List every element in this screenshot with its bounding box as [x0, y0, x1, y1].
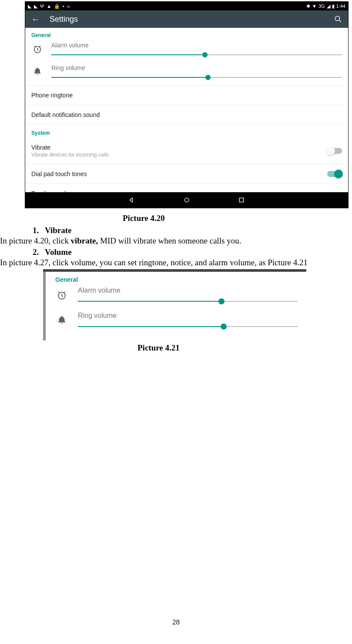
bell-icon	[55, 312, 68, 325]
back-icon[interactable]: ←	[31, 14, 40, 24]
bluetooth-icon: ✱	[306, 3, 310, 9]
alarm-icon	[31, 42, 44, 54]
screenshot-4-20: ◣ ◣ Ψ ▲ 🔒 ▪ ⍝ ✱ ▼ 3G ◢ ▮ 1:44 ← Settings	[25, 1, 349, 208]
status-bar: ◣ ◣ Ψ ▲ 🔒 ▪ ⍝ ✱ ▼ 3G ◢ ▮ 1:44	[25, 2, 348, 10]
alarm-volume-row: Alarm volume	[46, 285, 306, 310]
dialpad-label: Dial pad touch tones	[31, 170, 87, 177]
wifi-icon: ▼	[312, 3, 317, 9]
ring-volume-label: Ring volume	[78, 312, 298, 320]
ring-volume-row: Ring volume	[46, 310, 306, 335]
signal-icon: ◢	[327, 3, 330, 9]
ring-volume-label: Ring volume	[51, 64, 342, 71]
default-notification-item[interactable]: Default notification sound	[25, 105, 348, 124]
alarm-volume-slider[interactable]	[51, 51, 342, 58]
list-label: Vibrate	[45, 226, 72, 235]
vibrate-switch[interactable]	[327, 148, 342, 154]
vibrate-item[interactable]: Vibrate Vibrate devices for incoming cal…	[25, 138, 348, 164]
nav-home-icon[interactable]	[183, 197, 190, 204]
section-header-general: General	[46, 272, 306, 285]
figure-caption: Picture 4.20	[123, 214, 352, 223]
usb-icon: Ψ	[40, 3, 44, 9]
app-bar: ← Settings	[25, 10, 348, 28]
alarm-volume-row: Alarm volume	[25, 40, 348, 63]
page-number: 28	[0, 618, 352, 634]
ring-volume-slider[interactable]	[78, 323, 298, 330]
list-number: 2.	[33, 247, 45, 257]
alarm-volume-slider[interactable]	[78, 298, 298, 305]
svg-point-3	[184, 198, 188, 202]
touch-sounds-item[interactable]: Touch sounds	[25, 184, 348, 192]
status-icon: ◣	[28, 3, 31, 9]
list-item-2: 2.Volume	[33, 247, 352, 257]
svg-line-1	[339, 20, 341, 22]
paragraph: In picture 4.27, click volume, you can s…	[0, 258, 352, 267]
nav-recent-icon[interactable]	[238, 197, 245, 204]
dialpad-tones-item[interactable]: Dial pad touch tones	[25, 164, 348, 184]
section-header-system: System	[25, 124, 348, 138]
vibrate-label: Vibrate	[31, 144, 342, 151]
list-number: 1.	[33, 226, 45, 235]
nav-bar	[25, 192, 348, 208]
dialpad-switch[interactable]	[327, 171, 342, 177]
phone-ringtone-item[interactable]: Phone ringtone	[25, 85, 348, 105]
alarm-volume-label: Alarm volume	[51, 42, 342, 49]
touch-sounds-label: Touch sounds	[31, 190, 69, 192]
battery-icon: ▮	[332, 3, 335, 9]
ring-volume-row: Ring volume	[25, 63, 348, 85]
cutoff-row	[46, 335, 306, 340]
page-title: Settings	[50, 15, 325, 24]
list-label: Volume	[45, 247, 72, 257]
ring-volume-slider[interactable]	[51, 74, 342, 81]
vibrate-subtitle: Vibrate devices for incoming calls	[31, 152, 342, 158]
lock-icon: 🔒	[54, 3, 60, 9]
figure-caption: Picture 4.21	[137, 343, 352, 353]
svg-rect-4	[239, 198, 243, 202]
search-icon[interactable]	[334, 15, 342, 23]
paragraph: In picture 4.20, click vibrate, MID will…	[0, 236, 352, 246]
network-label: 3G	[318, 3, 325, 9]
svg-point-0	[335, 16, 340, 21]
status-icon: ▪	[63, 3, 64, 9]
list-item-1: 1.Vibrate	[33, 226, 352, 235]
clock: 1:44	[336, 3, 345, 9]
screenshot-4-21: General Alarm volume Ring volume	[43, 269, 306, 340]
android-icon: ⍝	[67, 3, 70, 9]
alarm-icon	[55, 287, 68, 300]
alarm-volume-label: Alarm volume	[78, 287, 298, 294]
section-header-general: General	[25, 28, 348, 40]
bell-icon	[31, 64, 44, 76]
warning-icon: ▲	[47, 3, 51, 9]
nav-back-icon[interactable]	[128, 197, 135, 204]
status-icon: ◣	[34, 3, 37, 9]
